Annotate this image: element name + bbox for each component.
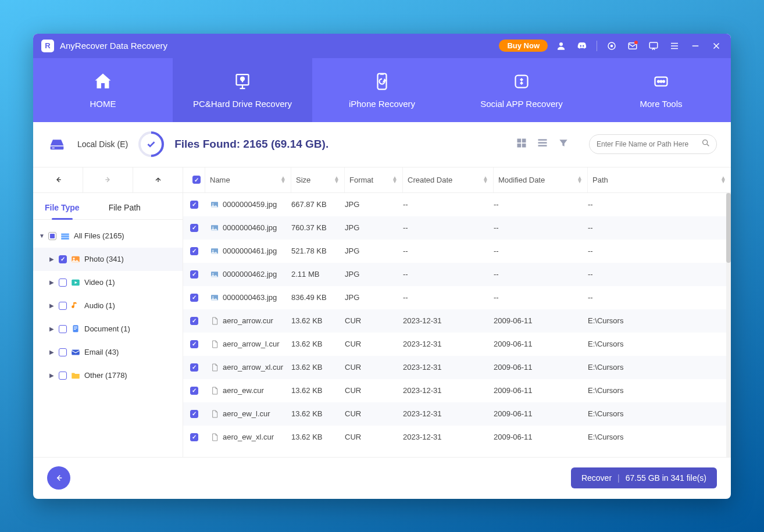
- checkbox[interactable]: [59, 302, 67, 310]
- checkbox[interactable]: [59, 279, 67, 287]
- file-icon: [210, 247, 219, 256]
- row-checkbox[interactable]: [190, 340, 198, 348]
- column-name[interactable]: Name▲▼: [205, 167, 291, 192]
- search-icon[interactable]: [701, 138, 711, 150]
- select-all-checkbox[interactable]: [192, 176, 201, 184]
- svg-rect-19: [538, 142, 547, 144]
- table-row[interactable]: aero_ew.cur 13.62 KB CUR 2023-12-31 2009…: [183, 379, 726, 402]
- table-row[interactable]: aero_arrow_l.cur 13.62 KB CUR 2023-12-31…: [183, 333, 726, 356]
- expander-icon[interactable]: ▶: [49, 256, 55, 262]
- tab-more-tools[interactable]: More Tools: [591, 58, 731, 122]
- expander-icon[interactable]: ▼: [39, 233, 45, 239]
- checkbox[interactable]: [48, 232, 56, 240]
- account-icon[interactable]: [555, 40, 567, 52]
- file-path: E:\Cursors: [588, 316, 726, 325]
- column-path[interactable]: Path▲▼: [588, 167, 731, 192]
- file-path: E:\Cursors: [588, 433, 726, 441]
- expander-icon[interactable]: ▶: [49, 302, 55, 309]
- list-view-icon[interactable]: [537, 137, 548, 151]
- row-checkbox[interactable]: [190, 247, 198, 255]
- row-checkbox[interactable]: [190, 363, 198, 372]
- tree-item[interactable]: ▶ Email (43): [33, 341, 183, 364]
- table-row[interactable]: aero_arrow.cur 13.62 KB CUR 2023-12-31 2…: [183, 309, 726, 333]
- target-icon[interactable]: [605, 40, 618, 52]
- titlebar: R AnyRecover Data Recovery Buy Now: [33, 34, 731, 58]
- table-row[interactable]: aero_ew_xl.cur 13.62 KB CUR 2023-12-31 2…: [183, 426, 726, 449]
- column-modified[interactable]: Modified Date▲▼: [494, 167, 588, 192]
- grid-view-icon[interactable]: [516, 137, 527, 151]
- row-checkbox[interactable]: [190, 433, 198, 441]
- tree-tab-filetype[interactable]: File Type: [45, 203, 80, 219]
- tree-item-label: Audio (1): [84, 301, 115, 310]
- mail-icon[interactable]: [626, 40, 639, 52]
- tab-home[interactable]: HOME: [33, 58, 173, 122]
- discord-icon[interactable]: [576, 40, 588, 52]
- file-format: CUR: [345, 363, 403, 372]
- file-created: --: [403, 223, 494, 232]
- checkbox[interactable]: [59, 255, 67, 263]
- tree-item[interactable]: ▶ Other (1778): [33, 364, 183, 387]
- tree-item[interactable]: ▶ Audio (1): [33, 294, 183, 317]
- table-row[interactable]: 0000000462.jpg 2.11 MB JPG -- -- --: [183, 263, 726, 286]
- row-checkbox[interactable]: [190, 201, 198, 209]
- nav-back-button[interactable]: [33, 167, 83, 192]
- expander-icon[interactable]: ▶: [49, 349, 55, 355]
- file-format: CUR: [345, 340, 403, 348]
- column-created[interactable]: Created Date▲▼: [403, 167, 494, 192]
- menu-icon[interactable]: [668, 40, 681, 52]
- tab-iphone-recovery[interactable]: iPhone Recovery: [312, 58, 452, 122]
- table-row[interactable]: 0000000460.jpg 760.37 KB JPG -- -- --: [183, 216, 726, 240]
- nav-up-button[interactable]: [133, 167, 183, 192]
- tab-social-recovery[interactable]: Social APP Recovery: [452, 58, 591, 122]
- buy-now-button[interactable]: Buy Now: [499, 40, 548, 52]
- minimize-icon[interactable]: [689, 40, 702, 52]
- row-checkbox[interactable]: [190, 294, 198, 302]
- file-size: 521.78 KB: [291, 247, 345, 255]
- search-box[interactable]: [589, 134, 717, 154]
- svg-rect-30: [74, 327, 77, 328]
- category-icon: [70, 301, 81, 311]
- filter-icon[interactable]: [558, 137, 569, 151]
- column-format[interactable]: Format▲▼: [345, 167, 403, 192]
- tab-pc-recovery[interactable]: PC&Hard Drive Recovery: [173, 58, 312, 122]
- row-checkbox[interactable]: [190, 317, 198, 325]
- file-icon: [210, 433, 219, 442]
- back-button[interactable]: [47, 466, 70, 490]
- row-checkbox[interactable]: [190, 224, 198, 232]
- table-row[interactable]: 0000000461.jpg 521.78 KB JPG -- -- --: [183, 240, 726, 263]
- row-checkbox[interactable]: [190, 410, 198, 418]
- recover-button[interactable]: Recover | 67.55 GB in 341 file(s): [571, 467, 717, 488]
- files-found-label: Files Found: 2165 (69.14 GB).: [174, 138, 329, 151]
- nav-forward-button[interactable]: [83, 167, 133, 192]
- table-body[interactable]: 0000000459.jpg 667.87 KB JPG -- -- -- 00…: [183, 193, 726, 457]
- file-modified: --: [494, 223, 588, 232]
- tree-item[interactable]: ▶ Photo (341): [33, 248, 183, 271]
- checkbox[interactable]: [59, 325, 67, 333]
- close-icon[interactable]: [710, 40, 723, 52]
- row-checkbox[interactable]: [190, 387, 198, 395]
- expander-icon[interactable]: ▶: [49, 279, 55, 285]
- file-path: --: [588, 200, 726, 209]
- table-row[interactable]: 0000000459.jpg 667.87 KB JPG -- -- --: [183, 193, 726, 216]
- checkbox[interactable]: [59, 348, 67, 356]
- search-input[interactable]: [597, 140, 695, 148]
- expander-icon[interactable]: ▶: [49, 326, 55, 332]
- expander-icon[interactable]: ▶: [49, 372, 55, 379]
- checkbox[interactable]: [59, 372, 67, 380]
- svg-point-26: [73, 258, 75, 259]
- file-created: 2023-12-31: [403, 386, 494, 395]
- tree-item[interactable]: ▶ Document (1): [33, 317, 183, 341]
- table-row[interactable]: aero_arrow_xl.cur 13.62 KB CUR 2023-12-3…: [183, 356, 726, 379]
- table-row[interactable]: 0000000463.jpg 836.49 KB JPG -- -- --: [183, 286, 726, 309]
- table-row[interactable]: aero_ew_l.cur 13.62 KB CUR 2023-12-31 20…: [183, 402, 726, 426]
- tree-item[interactable]: ▶ Video (1): [33, 271, 183, 294]
- scrollbar[interactable]: [726, 193, 731, 457]
- svg-point-34: [212, 203, 213, 204]
- feedback-icon[interactable]: [647, 40, 660, 52]
- file-created: 2023-12-31: [403, 433, 494, 441]
- column-size[interactable]: Size▲▼: [291, 167, 345, 192]
- tree-root[interactable]: ▼ All Files (2165): [33, 224, 183, 248]
- row-checkbox[interactable]: [190, 270, 198, 279]
- file-modified: 2009-06-11: [494, 340, 588, 348]
- tree-tab-filepath[interactable]: File Path: [109, 203, 141, 219]
